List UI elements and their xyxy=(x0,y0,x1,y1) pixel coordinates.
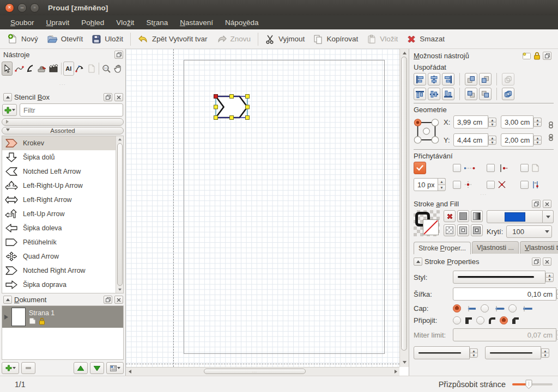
freehand-tool[interactable] xyxy=(25,62,36,76)
origin-anchor-selector[interactable] xyxy=(414,116,439,146)
horizontal-scroll-thumb[interactable]: ∙∙∙ xyxy=(204,369,306,374)
stencil-filter-input[interactable] xyxy=(20,103,123,117)
bring-forward-button[interactable] xyxy=(465,73,477,85)
add-stencil-sheet-button[interactable] xyxy=(2,104,17,116)
selected-chevron-shape[interactable] xyxy=(213,94,251,122)
cut-button[interactable]: Vyjmout xyxy=(261,32,309,46)
height-input[interactable] xyxy=(501,133,533,146)
remove-layer-button[interactable] xyxy=(21,362,35,374)
y-position-spinner[interactable]: ▲▼ xyxy=(488,136,496,145)
align-bottom-button[interactable] xyxy=(442,88,454,100)
copy-button[interactable]: Kopírovat xyxy=(309,32,362,46)
x-position-input[interactable] xyxy=(453,115,488,128)
tab-stroke-properties[interactable]: Stroke Proper... xyxy=(414,242,471,254)
menu-strana[interactable]: Strana xyxy=(140,16,174,29)
handle-top-center[interactable] xyxy=(230,95,234,99)
x-position-spinner[interactable]: ▲▼ xyxy=(488,118,496,127)
new-button[interactable]: Nový xyxy=(3,32,43,46)
redo-button[interactable]: Znovu xyxy=(212,32,256,46)
stencil-category-collapsed[interactable] xyxy=(2,118,124,126)
vertical-scroll-thumb[interactable] xyxy=(401,57,407,351)
page-edit-icon[interactable] xyxy=(29,317,36,324)
link-position-icon[interactable] xyxy=(548,121,554,128)
handle-bottom-left[interactable] xyxy=(214,116,218,120)
grid-size-spinbox[interactable]: ▲▼ xyxy=(414,178,445,191)
maximize-window-icon[interactable]: ▫ xyxy=(30,3,39,13)
cap-square-radio[interactable] xyxy=(508,304,517,313)
stamp-shape-tool[interactable] xyxy=(37,62,47,76)
multiple-shapes-tool[interactable] xyxy=(48,62,59,76)
align-center-button[interactable] xyxy=(428,73,440,85)
width-input[interactable] xyxy=(501,115,533,128)
dock-grip[interactable]: ∙∙∙ xyxy=(0,77,125,91)
menu-vlozit[interactable]: Vložit xyxy=(110,16,140,29)
end-arrow-combo[interactable]: ▲▼ xyxy=(485,346,549,359)
snap-to-object-option[interactable] xyxy=(453,164,487,172)
stencil-item-sipka-doleva[interactable]: Šipka doleva xyxy=(2,221,116,235)
diagram-canvas[interactable] xyxy=(126,49,399,367)
detach-panel-icon[interactable] xyxy=(532,258,541,266)
delete-button[interactable]: Smazat xyxy=(402,32,449,46)
gradient-fill-button[interactable] xyxy=(471,210,483,222)
handle-bottom-right[interactable] xyxy=(246,116,250,120)
send-backward-button[interactable] xyxy=(465,88,477,100)
y-position-input[interactable] xyxy=(453,133,488,146)
cap-round-radio[interactable] xyxy=(481,304,489,313)
lock-icon[interactable] xyxy=(39,317,45,325)
pattern-fill-button-2[interactable] xyxy=(471,224,483,236)
line-style-combo[interactable] xyxy=(453,271,545,284)
menu-pohled[interactable]: Pohled xyxy=(75,16,110,29)
canvas-vertical-scrollbar[interactable] xyxy=(399,49,409,367)
pan-hand-tool[interactable] xyxy=(113,62,124,76)
start-arrow-spinner[interactable]: ▲▼ xyxy=(470,348,478,358)
cap-butt-radio[interactable] xyxy=(453,304,461,313)
grid-size-input[interactable] xyxy=(414,179,438,191)
zoom-fit-label[interactable]: Přizpůsobit stránce xyxy=(439,380,506,389)
stencil-item-petiuhelnik[interactable]: Pětiúhelník xyxy=(2,235,116,249)
stencil-item-notched-right-arrow[interactable]: Notched Right Arrow xyxy=(2,264,116,278)
snap-to-page-option[interactable] xyxy=(520,164,551,172)
collapse-panel-icon[interactable] xyxy=(3,93,12,101)
stencil-item-left-up-arrow[interactable]: Left-Up Arrow xyxy=(2,207,116,221)
bring-to-front-button[interactable] xyxy=(479,73,492,85)
select-tool[interactable] xyxy=(2,62,13,76)
link-size-icon[interactable] xyxy=(548,134,554,141)
group-button-disabled[interactable] xyxy=(502,73,514,85)
end-arrow-spinner[interactable]: ▲▼ xyxy=(541,348,549,358)
opacity-combo[interactable]: 100 xyxy=(506,225,552,238)
no-color-button[interactable] xyxy=(444,210,456,222)
handle-mid-left[interactable] xyxy=(214,105,218,109)
menu-soubor[interactable]: Soubor xyxy=(4,16,40,29)
handle-top-left[interactable] xyxy=(214,95,218,99)
dock-grip[interactable]: ∙∙∙ xyxy=(414,191,554,198)
open-button[interactable]: Otevřít xyxy=(43,32,88,46)
collapse-panel-icon[interactable] xyxy=(414,258,422,266)
raise-layer-button[interactable] xyxy=(74,362,88,374)
ungroup-button[interactable] xyxy=(502,88,514,100)
miter-limit-input[interactable] xyxy=(453,328,556,341)
grid-size-spinner[interactable]: ▲▼ xyxy=(438,178,446,191)
collapse-panel-icon[interactable] xyxy=(3,296,12,304)
snap-to-intersection-option[interactable] xyxy=(487,181,520,189)
close-panel-icon[interactable] xyxy=(114,93,123,101)
close-window-icon[interactable]: × xyxy=(5,3,14,13)
align-middle-button[interactable] xyxy=(428,88,440,100)
lock-icon[interactable] xyxy=(533,52,541,60)
save-button[interactable]: Uložit xyxy=(87,32,128,46)
stencil-item-left-right-up-arrow[interactable]: Left-Right-Up Arrow xyxy=(2,179,116,193)
minimize-window-icon[interactable]: – xyxy=(17,3,27,13)
canvas-horizontal-scrollbar[interactable]: ∙∙∙ xyxy=(126,367,399,376)
menu-napoveda[interactable]: Nápověda xyxy=(219,16,265,29)
start-arrow-combo[interactable]: ▲▼ xyxy=(414,346,478,359)
page-row-strana-1[interactable]: Strana 1 xyxy=(2,306,123,328)
zoom-slider[interactable] xyxy=(512,379,553,390)
handle-mid-right[interactable] xyxy=(246,105,250,109)
stencil-item-sipka-dolu[interactable]: Šipka dolů xyxy=(2,150,116,164)
line-style-spinner[interactable]: ▲▼ xyxy=(545,273,554,282)
handle-top-right[interactable] xyxy=(246,95,250,99)
detach-panel-icon[interactable] xyxy=(543,52,551,60)
snap-enabled-checkbox[interactable] xyxy=(414,162,426,174)
sticky-note-icon[interactable] xyxy=(522,52,531,60)
tab-vlastnosti-2[interactable]: Vlastnosti t... xyxy=(520,241,558,254)
undo-button[interactable]: Zpět Vytvořit tvar xyxy=(134,32,212,46)
